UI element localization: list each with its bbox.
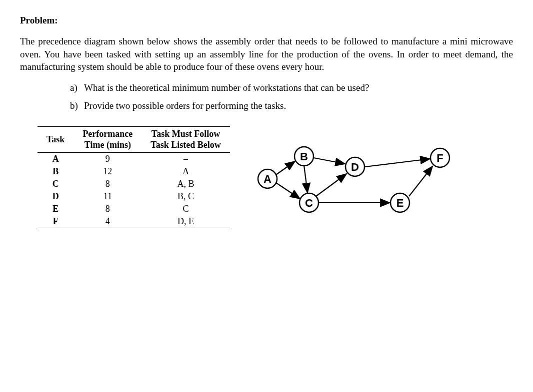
table-row: B 12 A — [38, 165, 230, 178]
node-e: E — [390, 193, 410, 212]
header-performance: Performance Time (mins) — [74, 126, 142, 152]
cell-task: C — [38, 178, 74, 190]
cell-time: 8 — [74, 203, 142, 215]
cell-follow: D, E — [142, 215, 230, 228]
edge-e-f — [409, 166, 432, 196]
question-a: a) What is the theoretical minimum numbe… — [70, 82, 513, 93]
precedence-diagram: A B C D E — [250, 134, 460, 224]
header-follow-line1: Task Must Follow — [152, 129, 220, 139]
table-row: A 9 – — [38, 153, 230, 166]
node-a: A — [258, 169, 277, 188]
problem-title: Problem: — [20, 15, 513, 26]
cell-task: B — [38, 165, 74, 178]
question-a-marker: a) — [70, 82, 84, 93]
node-d-label: D — [351, 161, 359, 173]
content-row: Task Performance Time (mins) Task Must F… — [20, 126, 513, 228]
task-table: Task Performance Time (mins) Task Must F… — [38, 126, 230, 228]
edge-d-f — [365, 159, 430, 167]
node-f: F — [430, 148, 450, 167]
table-row: C 8 A, B — [38, 178, 230, 190]
question-b-marker: b) — [70, 100, 84, 111]
cell-task: F — [38, 215, 74, 228]
table-header-row: Task Performance Time (mins) Task Must F… — [38, 126, 230, 152]
cell-follow: C — [142, 203, 230, 215]
cell-follow: A, B — [142, 178, 230, 190]
question-b: b) Provide two possible orders for perfo… — [70, 100, 513, 111]
table-row: D 11 B, C — [38, 190, 230, 203]
cell-time: 11 — [74, 190, 142, 203]
node-b: B — [294, 147, 314, 166]
node-d: D — [346, 157, 364, 176]
question-a-text: What is the theoretical minimum number o… — [84, 82, 369, 93]
node-e-label: E — [396, 197, 404, 209]
node-f-label: F — [436, 152, 443, 164]
cell-follow: A — [142, 165, 230, 178]
cell-follow: B, C — [142, 190, 230, 203]
table-row: E 8 C — [38, 203, 230, 215]
header-perf-line1: Performance — [82, 129, 132, 139]
node-c: C — [300, 193, 318, 212]
edge-b-d — [314, 158, 345, 164]
table-body: A 9 – B 12 A C 8 A, B D 11 B, C — [38, 153, 230, 228]
cell-time: 8 — [74, 178, 142, 190]
table-row: F 4 D, E — [38, 215, 230, 228]
header-perf-line2: Time (mins) — [84, 140, 131, 150]
edge-b-c — [304, 165, 308, 193]
header-task: Task — [38, 126, 74, 152]
cell-task: E — [38, 203, 74, 215]
edge-a-c — [276, 183, 300, 199]
cell-follow: – — [142, 153, 230, 166]
problem-paragraph: The precedence diagram shown below shows… — [20, 35, 513, 73]
node-a-label: A — [264, 173, 272, 185]
cell-time: 9 — [74, 153, 142, 166]
cell-task: D — [38, 190, 74, 203]
header-follow-line2: Task Listed Below — [150, 140, 220, 150]
task-table-wrap: Task Performance Time (mins) Task Must F… — [38, 126, 230, 228]
node-b-label: B — [300, 150, 308, 163]
question-b-text: Provide two possible orders for performi… — [84, 100, 286, 111]
questions-list: a) What is the theoretical minimum numbe… — [70, 82, 513, 111]
edge-c-d — [316, 174, 346, 196]
edge-a-b — [276, 161, 295, 175]
header-follow: Task Must Follow Task Listed Below — [142, 126, 230, 152]
diagram-svg: A B C D E — [250, 134, 460, 224]
node-c-label: C — [305, 197, 313, 209]
cell-task: A — [38, 153, 74, 166]
cell-time: 4 — [74, 215, 142, 228]
cell-time: 12 — [74, 165, 142, 178]
